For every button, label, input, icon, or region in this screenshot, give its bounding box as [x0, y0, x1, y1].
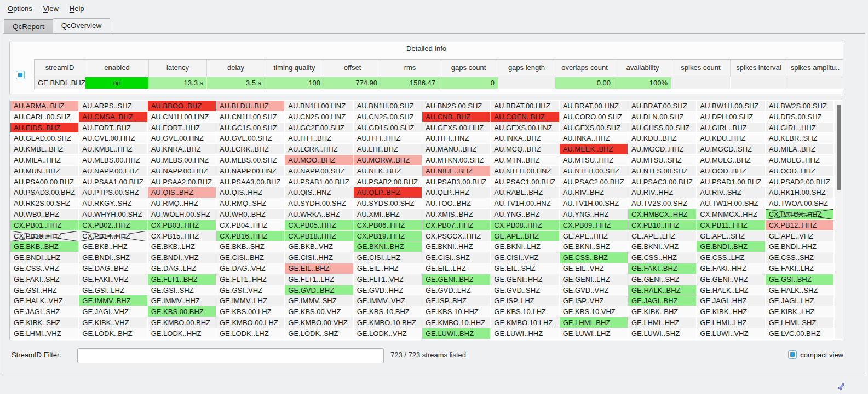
stream-cell[interactable]: AU.RMQ..SHZ [216, 198, 285, 209]
grid-scrollbar-handle[interactable] [837, 105, 841, 190]
stream-cell[interactable]: GE.GENI..VHZ [697, 274, 765, 285]
stream-cell[interactable]: AU.NAPP.00.HHZ [148, 166, 216, 177]
stream-cell[interactable]: CX.PB13..HHZ [10, 231, 79, 242]
info-col-overlaps-count[interactable]: overlaps count [555, 60, 614, 77]
stream-cell[interactable]: GE.LODK..HHZ [148, 328, 216, 339]
stream-cell[interactable]: AU.RK2S.00.SHZ [10, 198, 79, 209]
stream-cell[interactable]: AU.PSAA1.00.BHZ [79, 177, 147, 188]
stream-cell[interactable]: AU.CN1H.00.SHZ [216, 112, 285, 123]
stream-cell[interactable]: AU.MILA..BHZ [766, 144, 834, 155]
menu-options[interactable]: Options [2, 2, 38, 15]
menu-view[interactable]: View [38, 2, 64, 15]
stream-cell[interactable]: GE.KIBK..LHZ [766, 306, 834, 317]
stream-cell[interactable]: GE.APE..HHZ [560, 231, 628, 242]
stream-cell[interactable]: AU.PSAC1.00.BHZ [491, 177, 559, 188]
stream-cell[interactable]: AU.GIRL..HHZ [766, 123, 834, 134]
stream-cell[interactable]: GE.LHMI..LHZ [697, 317, 765, 328]
stream-cell[interactable]: AU.GEXS.00.SHZ [560, 123, 628, 134]
stream-cell[interactable]: AU.CN2S.00.SHZ [354, 112, 422, 123]
stream-cell[interactable]: GE.KMBO.00.VHZ [285, 317, 353, 328]
stream-cell[interactable]: AU.KLBR..SHZ [766, 133, 834, 144]
stream-cell[interactable]: AU.MLBS.00.SHZ [216, 155, 285, 166]
stream-cell[interactable]: GE.EIL..BHZ [285, 263, 353, 274]
stream-cell[interactable]: AU.KDU..BHZ [628, 133, 697, 144]
info-col-spikes-interval[interactable]: spikes interval [730, 60, 787, 77]
stream-cell[interactable]: AU.LCRK..HHZ [285, 144, 353, 155]
info-col-delay[interactable]: delay [206, 60, 265, 77]
stream-cell[interactable]: AU.MILA..HHZ [10, 155, 79, 166]
stream-cell[interactable]: AU.GVL.00.HNZ [148, 133, 216, 144]
stream-cell[interactable]: AU.NTLS.00.SHZ [628, 166, 697, 177]
stream-cell[interactable]: GE.CSS..BHZ [560, 252, 628, 263]
stream-cell[interactable]: GE.IMMV..BHZ [79, 296, 147, 306]
stream-cell[interactable]: AU.PSAC3.00.BHZ [628, 177, 697, 188]
stream-cell[interactable]: GE.CISI..LHZ [354, 252, 422, 263]
stream-cell[interactable]: GE.EIL..HHZ [354, 263, 422, 274]
info-col-enabled[interactable]: enabled [85, 60, 148, 77]
stream-cell[interactable]: GE.FAKI..VHZ [79, 274, 147, 285]
stream-cell[interactable]: AU.YNG..BHZ [491, 209, 559, 220]
stream-cell[interactable]: GE.APE..SHZ [697, 231, 765, 242]
stream-cell[interactable]: AU.CORO.00.SHZ [560, 112, 628, 123]
stream-cell[interactable]: AU.WRKA..BHZ [285, 209, 353, 220]
stream-cell[interactable]: GE.LUWI..BHZ [422, 328, 491, 339]
stream-cell[interactable]: AU.MULG..HHZ [766, 155, 834, 166]
stream-cell[interactable]: CX.HMBCX..HHZ [628, 209, 697, 220]
stream-cell[interactable]: AU.QIS..HNZ [285, 187, 353, 198]
stream-cell[interactable]: AU.MULG..BHZ [697, 155, 765, 166]
stream-cell[interactable]: AU.PSAB1.00.BHZ [285, 177, 353, 188]
stream-cell[interactable]: CX.PB18..HHZ [285, 231, 353, 242]
stream-cell[interactable]: AU.NTLH.00.HNZ [491, 166, 559, 177]
stream-cell[interactable]: AU.BLDU..BHZ [216, 101, 285, 112]
stream-cell[interactable]: AU.CNB..BHZ [422, 112, 491, 123]
stream-cell[interactable]: GE.BNDI..HHZ [766, 241, 834, 252]
stream-cell[interactable]: GE.CSS..VHZ [10, 263, 79, 274]
stream-cell[interactable]: GE.GVD..BHZ [285, 285, 353, 296]
stream-cell[interactable]: CX.PB16..HHZ [216, 231, 285, 242]
stream-cell[interactable]: AU.MOO..BHZ [285, 155, 353, 166]
stream-cell[interactable]: AU.BN1H.00.HNZ [285, 101, 353, 112]
stream-cell[interactable]: CX.PB08..HHZ [491, 220, 559, 231]
stream-cell[interactable]: GE.LODK..LHZ [216, 328, 285, 339]
stream-cell[interactable]: AU.BW1H.00.SHZ [697, 101, 765, 112]
stream-cell[interactable]: AU.MUN..BHZ [10, 166, 79, 177]
stream-cell[interactable]: AU.RIV..SHZ [697, 187, 765, 198]
stream-cell[interactable]: AU.NTLH.00.SHZ [560, 166, 628, 177]
compact-view-checkbox[interactable] [788, 350, 797, 359]
stream-cell[interactable]: GE.BKB..HHZ [79, 241, 147, 252]
stream-cell[interactable]: AU.MANU..BHZ [422, 144, 491, 155]
stream-cell[interactable]: AU.INKA..BHZ [491, 133, 559, 144]
stream-cell[interactable]: CX.PB09..HHZ [560, 220, 628, 231]
stream-cell[interactable]: GE.CISI..HHZ [285, 252, 353, 263]
info-col-gaps-length[interactable]: gaps length [498, 60, 555, 77]
stream-cell[interactable]: AU.PTPS.00.SHZ [79, 187, 147, 198]
stream-cell[interactable]: AU.MEEK..BHZ [560, 144, 628, 155]
stream-cell[interactable]: AU.WOLH.00.SHZ [148, 209, 216, 220]
info-col-offset[interactable]: offset [324, 60, 381, 77]
stream-cell[interactable]: GE.KBS.10.LHZ [491, 306, 559, 317]
stream-cell[interactable]: AU.BW2S.00.SHZ [766, 101, 834, 112]
stream-cell[interactable]: AU.QIS..HHZ [216, 187, 285, 198]
stream-cell[interactable]: GE.KMBO.10.LHZ [491, 317, 559, 328]
stream-cell[interactable]: AU.DPH.00.SHZ [697, 112, 765, 123]
stream-cell[interactable]: AU.GC2F.00.SHZ [285, 123, 353, 134]
stream-cell[interactable]: GE.HALK..LHZ [697, 285, 765, 296]
stream-cell[interactable]: AU.KMBL..BHZ [10, 144, 79, 155]
stream-cell[interactable]: CX.PB12..HHZ [766, 220, 834, 231]
stream-cell[interactable]: GE.DAG..LHZ [148, 263, 216, 274]
stream-cell[interactable]: CX.PB14..HHZ [79, 231, 147, 242]
stream-cell[interactable]: AU.BRAT.00.SHZ [628, 101, 697, 112]
stream-cell[interactable]: GE.JAGI..LHZ [766, 296, 834, 306]
stream-cell[interactable]: GE.LVC.00.BHZ [766, 328, 834, 339]
stream-cell[interactable]: GE.KIBK..BHZ [628, 306, 697, 317]
stream-cell[interactable]: GE.KBS.10.BHZ [354, 306, 422, 317]
stream-cell[interactable]: GE.LHMI..VHZ [10, 328, 79, 339]
stream-cell[interactable]: GE.FAKI..LHZ [766, 263, 834, 274]
stream-cell[interactable]: AU.PSAB2.00.BHZ [354, 177, 422, 188]
stream-cell[interactable]: CX.PATCX..HHZ [766, 209, 834, 220]
stream-cell[interactable]: GE.IMMV..LHZ [216, 296, 285, 306]
stream-cell[interactable]: GE.APE..BHZ [491, 231, 559, 242]
stream-cell[interactable]: GE.IMMV..SHZ [285, 296, 353, 306]
info-col-streamid[interactable]: streamID [35, 60, 85, 77]
stream-cell[interactable]: GE.LUWI..SHZ [628, 328, 697, 339]
